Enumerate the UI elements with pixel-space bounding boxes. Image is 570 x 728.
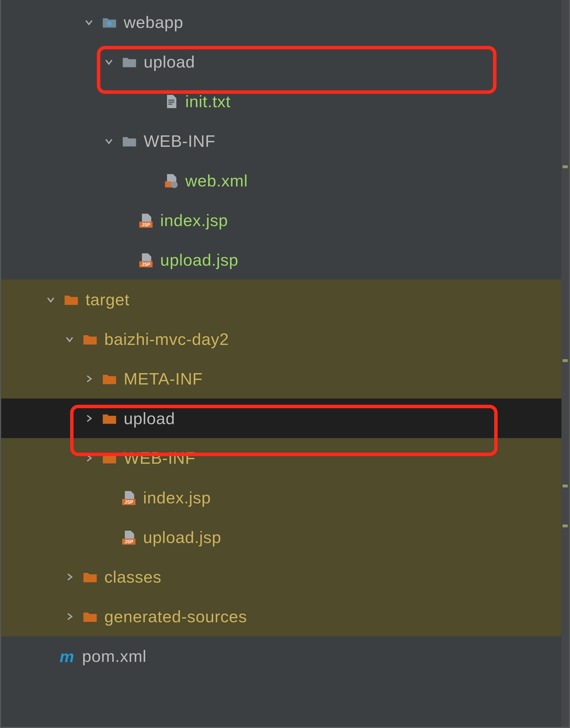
tree-item-init-txt[interactable]: init.txt	[1, 81, 569, 121]
tree-item-index-jsp[interactable]: JSP index.jsp	[1, 200, 569, 240]
chevron-down-icon[interactable]	[46, 294, 56, 305]
excluded-folder-icon	[101, 450, 117, 466]
tree-item-label: WEB-INF	[124, 448, 196, 467]
tree-item-webapp[interactable]: webapp	[1, 2, 569, 42]
excluded-folder-icon	[82, 569, 98, 585]
tree-item-classes[interactable]: classes	[1, 557, 569, 596]
chevron-down-icon[interactable]	[104, 57, 114, 67]
tree-item-label: index.jsp	[160, 211, 228, 230]
excluded-folder-icon	[82, 331, 98, 347]
tree-item-web-inf[interactable]: WEB-INF	[1, 121, 569, 161]
tree-item-label: target	[85, 290, 129, 309]
chevron-right-icon[interactable]	[84, 413, 94, 424]
chevron-down-icon[interactable]	[104, 136, 114, 146]
tree-item-label: upload	[144, 52, 195, 71]
chevron-right-icon[interactable]	[84, 453, 94, 463]
tree-item-pom-xml[interactable]: m pom.xml	[1, 636, 569, 676]
tree-item-target-upload[interactable]: upload	[1, 399, 569, 438]
jsp-file-icon: JSP	[121, 490, 137, 506]
tree-item-label: webapp	[124, 13, 183, 32]
tree-item-label: META-INF	[124, 369, 203, 388]
scrollbar-marker	[563, 485, 568, 487]
svg-rect-1	[165, 181, 172, 187]
chevron-right-icon[interactable]	[84, 374, 94, 384]
chevron-right-icon[interactable]	[64, 572, 75, 582]
tree-item-meta-inf[interactable]: META-INF	[1, 359, 569, 399]
chevron-down-icon[interactable]	[64, 334, 75, 344]
tree-item-label: generated-sources	[104, 607, 247, 626]
xml-config-icon	[163, 173, 179, 189]
tree-item-label: upload	[124, 409, 175, 428]
tree-item-target[interactable]: target	[1, 280, 569, 319]
folder-icon	[121, 54, 137, 70]
excluded-folder-icon	[63, 292, 79, 307]
svg-point-2	[171, 181, 178, 188]
tree-item-upload-src[interactable]: upload	[1, 42, 569, 81]
scrollbar-marker	[563, 359, 568, 362]
tree-item-label: upload.jsp	[143, 528, 221, 547]
scrollbar-marker	[563, 165, 568, 168]
excluded-folder-icon	[101, 411, 117, 427]
text-file-icon	[163, 93, 179, 109]
jsp-file-icon: JSP	[138, 212, 154, 228]
svg-text:JSP: JSP	[124, 499, 133, 504]
tree-item-generated-sources[interactable]: generated-sources	[1, 596, 569, 636]
tree-item-target-web-inf[interactable]: WEB-INF	[1, 438, 569, 478]
tree-item-label: upload.jsp	[160, 250, 238, 269]
svg-text:JSP: JSP	[124, 539, 133, 544]
tree-item-label: WEB-INF	[144, 132, 216, 151]
jsp-file-icon: JSP	[138, 252, 154, 268]
tree-item-baizhi[interactable]: baizhi-mvc-day2	[1, 319, 569, 359]
tree-item-label: web.xml	[185, 171, 248, 190]
svg-text:m: m	[59, 647, 74, 665]
scrollbar-marker	[563, 524, 568, 527]
svg-text:JSP: JSP	[141, 262, 151, 267]
excluded-folder-icon	[101, 371, 117, 387]
tree-item-upload-jsp[interactable]: JSP upload.jsp	[1, 240, 569, 280]
tree-item-label: init.txt	[185, 92, 231, 111]
chevron-down-icon[interactable]	[84, 17, 94, 27]
tree-item-label: baizhi-mvc-day2	[104, 329, 229, 348]
svg-text:JSP: JSP	[141, 222, 151, 227]
tree-item-target-upload-jsp[interactable]: JSP upload.jsp	[1, 517, 569, 557]
tree-item-label: pom.xml	[82, 647, 147, 666]
svg-point-0	[107, 21, 112, 26]
excluded-folder-icon	[82, 609, 98, 625]
maven-icon: m	[58, 648, 76, 664]
tree-item-web-xml[interactable]: web.xml	[1, 161, 569, 200]
project-tree-panel: webapp upload init.txt WEB-INF web.xml	[0, 0, 570, 728]
tree-item-label: classes	[104, 567, 161, 586]
web-folder-icon	[101, 14, 117, 30]
tree-item-target-index-jsp[interactable]: JSP index.jsp	[1, 478, 569, 517]
chevron-right-icon[interactable]	[64, 612, 75, 622]
folder-icon	[121, 133, 137, 149]
scrollbar-track[interactable]	[561, 0, 569, 727]
tree-item-label: index.jsp	[143, 488, 211, 507]
jsp-file-icon: JSP	[121, 529, 137, 545]
